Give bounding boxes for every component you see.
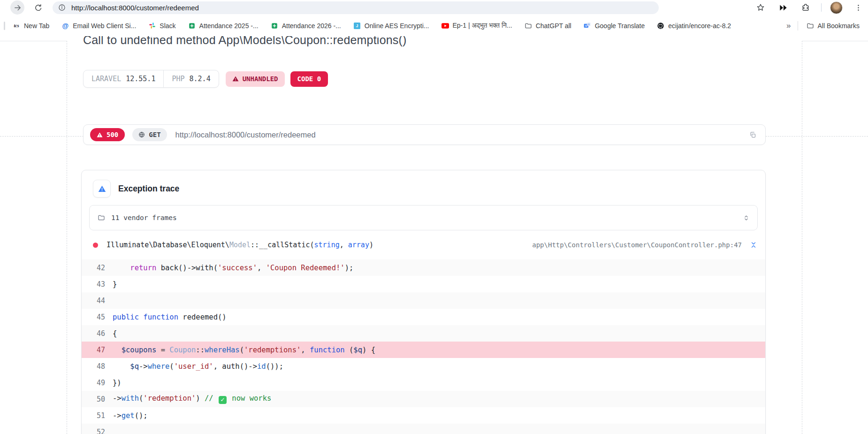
bookmark-label: Email Web Client Si... [73, 22, 136, 30]
frame-error-dot [93, 243, 98, 248]
warning-triangle-icon [97, 132, 103, 138]
code-line: 49}) [82, 374, 765, 391]
bookmarks-edge-divider [4, 22, 5, 30]
warning-triangle-icon [232, 76, 239, 82]
bookmark-item[interactable]: Attendance 2025 -... [188, 22, 259, 30]
line-number: 47 [87, 346, 105, 354]
exception-warning-icon [93, 180, 111, 198]
profile-avatar[interactable] [830, 1, 843, 14]
bookmark-star-button[interactable] [754, 0, 768, 15]
request-url: http://localhost:8000/customer/redeemed [175, 130, 316, 139]
method-label: GET [149, 131, 160, 138]
top-border-right [802, 41, 868, 41]
copy-icon [749, 131, 756, 138]
line-number: 42 [87, 264, 105, 272]
line-number: 50 [87, 395, 105, 404]
bookmark-item[interactable]: Slack [148, 22, 175, 30]
all-bookmarks-button[interactable]: All Bookmarks [807, 22, 860, 30]
bookmark-item[interactable]: JOnline AES Encrypti... [353, 22, 429, 30]
folder-icon [525, 22, 532, 30]
bookmarks-bar: tcsNew Tab@Email Web Client Si...SlackAt… [0, 15, 868, 36]
forward-icon [14, 4, 22, 12]
bookmark-label: Attendance 2026 -... [282, 22, 341, 30]
line-number: 46 [87, 329, 105, 338]
folder-icon [807, 22, 814, 30]
bookmark-item[interactable]: @Email Web Client Si... [61, 22, 136, 30]
code-text: ->get(); [113, 411, 148, 420]
code-snippet: 42 return back()->with('success', 'Coupo… [82, 259, 765, 434]
reload-icon [34, 4, 42, 12]
toolbar-separator [821, 3, 822, 12]
unhandled-label: UNHANDLED [243, 75, 278, 83]
code-line: 44 [82, 292, 765, 309]
bookmark-label: Slack [160, 22, 175, 30]
toolbar-actions [754, 0, 868, 15]
bookmark-label: ecijatin/encore-ac-8.2 [668, 22, 731, 30]
code-text: }) [113, 379, 122, 387]
unhandled-badge: UNHANDLED [226, 71, 285, 87]
vendor-frames-label: 11 vendor frames [111, 214, 177, 221]
bookmark-item[interactable]: tcsNew Tab [13, 22, 49, 30]
bookmark-item[interactable]: Ep-1 | अद्भुत भक्त नि... [442, 22, 512, 30]
sheets-icon [188, 22, 196, 30]
bookmark-item[interactable]: ecijatin/encore-ac-8.2 [657, 22, 731, 30]
stack-frame-header[interactable]: Illuminate\Database\Eloquent\Model::__ca… [82, 230, 765, 259]
section-title: Exception trace [118, 184, 179, 194]
sheets-icon [271, 22, 278, 30]
page-info-icon[interactable] [58, 4, 66, 11]
bookmark-item[interactable]: ChatGPT all [525, 22, 571, 30]
bookmarks-separator [798, 21, 798, 30]
collapse-icon[interactable] [750, 242, 757, 248]
bookmark-label: ChatGPT all [536, 22, 571, 30]
menu-dots-icon[interactable] [851, 0, 865, 15]
fast-forward-icon[interactable] [776, 0, 790, 15]
bookmarks-overflow-chevron[interactable]: » [780, 21, 797, 30]
badges-row: LARAVEL 12.55.1 PHP 8.2.4 UNHANDLED CODE… [83, 70, 328, 88]
code-text: $q->where('user_id', auth()->id()); [113, 362, 283, 371]
code-text: } [113, 280, 117, 289]
bookmark-label: Google Translate [595, 22, 645, 30]
code-line: 51->get(); [82, 407, 765, 424]
code-text: { [113, 329, 117, 338]
laravel-version-badge: LARAVEL 12.55.1 [84, 70, 163, 87]
email-at-icon: @ [61, 22, 69, 30]
code-line: 42 return back()->with('success', 'Coupo… [82, 259, 765, 276]
error-page: Call to undefined method App\Models\Coup… [0, 36, 868, 434]
card-header: Exception trace [82, 170, 765, 204]
extensions-button[interactable] [799, 0, 813, 15]
left-guide-line [67, 41, 67, 434]
code-text: ->with('redemption') // ✓ now works [113, 394, 271, 404]
laravel-label: LARAVEL [91, 75, 121, 83]
laravel-version: 12.55.1 [126, 75, 155, 83]
svg-text:G: G [585, 24, 587, 27]
code-line: 46{ [82, 325, 765, 342]
line-number: 45 [87, 313, 105, 321]
bookmarks-right: » All Bookmarks [780, 21, 868, 30]
translate-icon: GA [584, 22, 591, 30]
bookmark-item[interactable]: Attendance 2026 -... [271, 22, 341, 30]
youtube-icon [442, 22, 449, 30]
status-code: 500 [107, 131, 118, 138]
code-text: return back()->with('success', 'Coupon R… [113, 264, 353, 272]
code-text: public function redeemed() [113, 313, 227, 321]
php-version: 8.2.4 [190, 75, 211, 83]
address-bar[interactable]: http://localhost:8000/customer/redeemed [53, 1, 659, 14]
php-label: PHP [172, 75, 184, 83]
folder-icon [98, 214, 105, 221]
request-bar: 500 GET http://localhost:8000/customer/r… [83, 124, 766, 145]
vendor-frames-selector[interactable]: 11 vendor frames [89, 205, 758, 230]
bookmark-item[interactable]: GAGoogle Translate [584, 22, 645, 30]
forward-button[interactable] [10, 0, 24, 15]
line-number: 51 [87, 411, 105, 420]
url-text: http://localhost:8000/customer/redeemed [71, 4, 199, 12]
code-line: 48 $q->where('user_id', auth()->id()); [82, 358, 765, 374]
bookmark-label: Online AES Encrypti... [365, 22, 429, 30]
tcs-logo: tcs [13, 22, 20, 30]
php-version-badge: PHP 8.2.4 [163, 70, 218, 87]
bookmarks-list: tcsNew Tab@Email Web Client Si...SlackAt… [13, 22, 743, 30]
j-icon: J [353, 22, 361, 30]
reload-button[interactable] [31, 0, 45, 15]
copy-url-button[interactable] [746, 129, 759, 141]
top-border-left [0, 41, 67, 41]
line-number: 44 [87, 297, 105, 305]
